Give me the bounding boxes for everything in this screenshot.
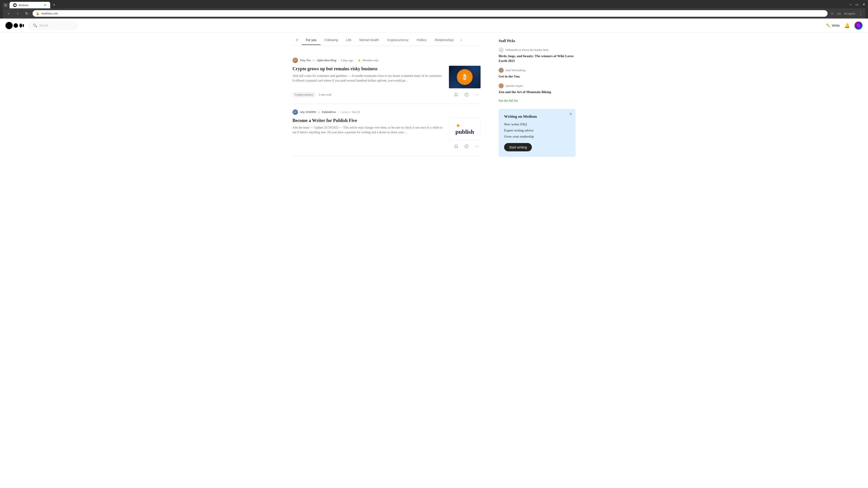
- extensions-button[interactable]: ▭: [837, 11, 841, 16]
- svg-point-8: [475, 94, 476, 95]
- address-bar[interactable]: 🔒 medium.com: [33, 10, 828, 17]
- svg-point-4: [23, 24, 24, 27]
- pick-title[interactable]: Get in the Van.: [499, 74, 576, 79]
- user-avatar[interactable]: U: [855, 22, 863, 30]
- author-name[interactable]: Tony Yiu: [300, 59, 311, 62]
- article-title[interactable]: Crypto grows up but remains risky busine…: [292, 66, 444, 72]
- article-thumbnail[interactable]: ₿: [449, 66, 480, 88]
- menu-button[interactable]: ⋮: [859, 11, 863, 16]
- article-title[interactable]: Become a Writer for Publish Five: [292, 118, 444, 123]
- article-actions: [453, 143, 480, 150]
- svg-point-15: [478, 146, 478, 147]
- search-bar[interactable]: 🔍 Search: [29, 21, 78, 30]
- new-tab-button[interactable]: +: [51, 2, 57, 8]
- medium-logo[interactable]: [5, 22, 24, 29]
- author-initials: AJ: [294, 111, 297, 113]
- tab-for-you[interactable]: For you: [302, 35, 320, 45]
- tab-relationships[interactable]: Relationships: [431, 35, 458, 45]
- crypto-icon: ₿: [457, 69, 473, 85]
- tab-cryptocurrency[interactable]: Cryptocurrency: [383, 35, 412, 45]
- publish-star-icon: ✦: [456, 123, 461, 129]
- article-meta: TY Tony Yiu in Alpha Beta Blog · 2 days …: [292, 58, 480, 63]
- tab-group-button[interactable]: ⊞: [3, 3, 8, 8]
- tab-title: Medium: [19, 3, 29, 7]
- pick-avatar: W: [499, 47, 504, 53]
- less-like-button[interactable]: [463, 143, 470, 150]
- header-right: ✏️ Write 🔔 U: [826, 22, 863, 30]
- add-topic-button[interactable]: +: [292, 34, 302, 46]
- more-options-button[interactable]: [473, 91, 480, 98]
- article-excerpt: Join the team — Update 25/10/2023 — This…: [292, 125, 444, 135]
- staff-pick-item: Joan Westenberg Get in the Van.: [499, 68, 576, 79]
- svg-point-18: [499, 68, 504, 73]
- member-badge: [358, 59, 361, 62]
- write-label: Write: [832, 24, 840, 27]
- more-options-button[interactable]: [473, 143, 480, 150]
- maximize-button[interactable]: ▭: [855, 2, 859, 6]
- writing-card-links: New writer FAQ Expert writing advice Gro…: [504, 123, 570, 138]
- author-name[interactable]: Aby JOSEPH: [300, 110, 316, 114]
- read-time: 3 min read: [319, 93, 331, 96]
- forward-button[interactable]: ›: [14, 11, 21, 16]
- svg-point-10: [478, 94, 478, 95]
- minimize-button[interactable]: ─: [849, 2, 852, 6]
- svg-point-9: [477, 94, 477, 95]
- article-footer: [292, 143, 480, 150]
- grow-readership-link[interactable]: Grow your readership: [504, 135, 570, 138]
- reload-button[interactable]: ↻: [24, 11, 30, 16]
- browser-toolbar: ‹ › ↻ 🔒 medium.com ☆ ▭ Incognito ⋮: [3, 8, 865, 19]
- article-tag[interactable]: Cryptocurrency: [292, 92, 315, 97]
- less-like-button[interactable]: [463, 91, 470, 98]
- expert-writing-advice-link[interactable]: Expert writing advice: [504, 129, 570, 132]
- active-tab[interactable]: Medium ✕: [9, 2, 50, 8]
- publication-name[interactable]: PublishFive: [322, 110, 336, 114]
- close-window-button[interactable]: ✕: [862, 2, 865, 6]
- staff-picks-title: Staff Picks: [499, 39, 576, 43]
- pick-title[interactable]: Birds, bugs, and beauty: The winners of …: [499, 54, 576, 63]
- tab-close-button[interactable]: ✕: [44, 3, 46, 7]
- start-writing-button[interactable]: Start writing: [504, 143, 532, 151]
- article-body: Become a Writer for Publish Five Join th…: [292, 118, 480, 140]
- see-full-list-link[interactable]: See the full list: [499, 99, 576, 103]
- topic-tabs: + For you Following Life Mental Health C…: [292, 33, 480, 46]
- svg-point-19: [499, 84, 504, 88]
- pick-title[interactable]: Zen and the Art of Mountain Biking: [499, 90, 576, 94]
- svg-text:W: W: [500, 49, 502, 51]
- browser-tabs: ⊞ Medium ✕ + ─ ▭ ✕: [3, 2, 865, 8]
- bookmark-article-button[interactable]: [453, 143, 460, 150]
- address-text: medium.com: [41, 12, 58, 15]
- article-card: AJ Aby JOSEPH in PublishFive · Updated O…: [292, 104, 480, 156]
- article-time: 2 days ago: [341, 59, 353, 62]
- author-avatar: AJ: [292, 109, 298, 115]
- staff-pick-item: Quentin Septer Zen and the Art of Mounta…: [499, 84, 576, 94]
- new-writer-faq-link[interactable]: New writer FAQ: [504, 123, 570, 126]
- bookmark-article-button[interactable]: [453, 91, 460, 98]
- site-header: 🔍 Search ✏️ Write 🔔 U: [0, 19, 868, 33]
- article-excerpt: And still a nest for scammers and gamble…: [292, 73, 444, 83]
- article-thumbnail[interactable]: ✦ publish: [449, 118, 480, 140]
- svg-point-2: [13, 23, 18, 28]
- toolbar-right-controls: ☆ ▭ Incognito ⋮: [830, 11, 863, 16]
- tab-mental-health[interactable]: Mental Health: [355, 35, 383, 45]
- logo-circle: [5, 22, 13, 29]
- back-button[interactable]: ‹: [5, 11, 12, 16]
- publish-logo: ✦ publish: [456, 123, 474, 135]
- write-button[interactable]: ✏️ Write: [826, 24, 840, 28]
- writing-card-title: Writing on Medium: [504, 114, 570, 119]
- incognito-indicator: Incognito: [844, 12, 855, 15]
- writing-on-medium-card: ✕ Writing on Medium New writer FAQ Exper…: [499, 109, 576, 157]
- tab-life[interactable]: Life: [342, 35, 355, 45]
- bookmark-button[interactable]: ☆: [830, 11, 834, 16]
- publication-name[interactable]: Alpha Beta Blog: [316, 59, 336, 62]
- more-topics-button[interactable]: ›: [458, 35, 465, 46]
- article-meta: AJ Aby JOSEPH in PublishFive · Updated O…: [292, 109, 480, 115]
- pick-meta: W Wikimedia in Down the Rabbit Hole: [499, 47, 576, 53]
- tab-following[interactable]: Following: [320, 35, 342, 45]
- close-writing-card-button[interactable]: ✕: [569, 111, 572, 117]
- article-text: Crypto grows up but remains risky busine…: [292, 66, 444, 83]
- write-icon: ✏️: [826, 24, 831, 28]
- notifications-button[interactable]: 🔔: [844, 23, 850, 28]
- svg-point-1: [15, 4, 16, 6]
- article-text: Become a Writer for Publish Five Join th…: [292, 118, 444, 135]
- tab-politics[interactable]: Politics: [412, 35, 431, 45]
